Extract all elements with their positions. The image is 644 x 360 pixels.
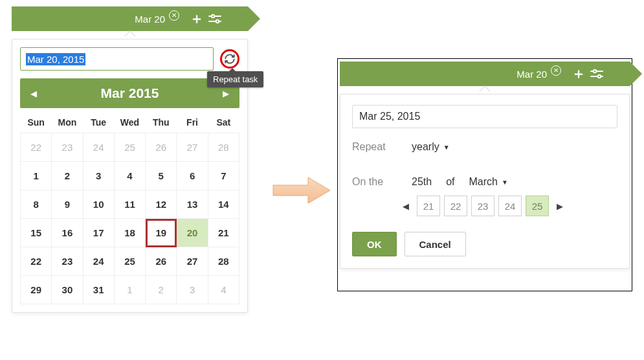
date-banner: Mar 20 ✕ ＋ <box>340 62 630 86</box>
calendar-day[interactable]: 30 <box>52 276 83 304</box>
prev-month-icon[interactable]: ◀ <box>27 85 41 102</box>
date-banner: Mar 20 ✕ ＋ <box>12 6 248 31</box>
settings-sliders-icon[interactable] <box>208 13 222 25</box>
repeat-label: Repeat <box>352 141 397 153</box>
calendar-day[interactable]: 3 <box>83 162 114 190</box>
datepicker-popover-left: Mar 20 ✕ ＋ Mar 20, 2015 <box>12 6 248 313</box>
calendar-day[interactable]: 2 <box>146 276 177 304</box>
day-prev-icon[interactable]: ◀ <box>399 197 413 215</box>
calendar-day[interactable]: 26 <box>146 133 177 162</box>
svg-point-7 <box>598 75 601 78</box>
repeat-task-icon[interactable] <box>220 49 239 69</box>
calendar-day[interactable]: 27 <box>177 247 208 276</box>
repeat-task-tooltip: Repeat task <box>207 71 263 87</box>
calendar-day[interactable]: 29 <box>21 276 52 304</box>
calendar-day[interactable]: 22 <box>21 133 52 162</box>
svg-point-1 <box>212 15 214 17</box>
add-icon[interactable]: ＋ <box>190 9 204 28</box>
calendar-day[interactable]: 13 <box>177 190 208 219</box>
calendar-day[interactable]: 23 <box>52 133 83 162</box>
svg-point-3 <box>216 20 219 23</box>
calendar-day[interactable]: 17 <box>83 219 114 247</box>
calendar-day[interactable]: 12 <box>146 190 177 219</box>
calendar-day[interactable]: 14 <box>208 190 239 219</box>
calendar-day[interactable]: 24 <box>83 133 114 162</box>
calendar-day[interactable]: 28 <box>208 133 239 162</box>
weekday-header: Wed <box>114 111 145 133</box>
calendar-day[interactable]: 11 <box>114 190 145 219</box>
calendar-day[interactable]: 2 <box>52 162 83 190</box>
day-picker: ◀ 2122232425 ▶ <box>399 196 617 216</box>
day-ordinal: 25th <box>412 176 432 188</box>
weekday-header: Sat <box>208 111 239 133</box>
day-option[interactable]: 23 <box>471 196 494 216</box>
calendar-day[interactable]: 15 <box>21 219 52 247</box>
calendar-day[interactable]: 8 <box>21 190 52 219</box>
clear-date-icon[interactable]: ✕ <box>551 65 561 76</box>
calendar-day[interactable]: 1 <box>21 162 52 190</box>
calendar-day[interactable]: 5 <box>146 162 177 190</box>
svg-point-5 <box>594 70 596 73</box>
calendar-day[interactable]: 23 <box>52 247 83 276</box>
weekday-header: Sun <box>21 111 52 133</box>
ok-button[interactable]: OK <box>352 232 397 256</box>
banner-date-label: Mar 20 <box>516 69 547 80</box>
calendar-day[interactable]: 1 <box>114 276 145 304</box>
calendar-card: Mar 20, 2015 Repeat task ◀ Mar 2015 ▶ <box>12 39 248 313</box>
cancel-button[interactable]: Cancel <box>405 232 466 256</box>
weekday-header-row: SunMonTueWedThuFriSat <box>21 111 239 133</box>
calendar-day[interactable]: 9 <box>52 190 83 219</box>
calendar-day[interactable]: 24 <box>83 247 114 276</box>
transition-arrow-icon <box>272 175 331 206</box>
day-option[interactable]: 21 <box>417 196 440 216</box>
weekday-header: Fri <box>177 111 208 133</box>
calendar-day[interactable]: 22 <box>21 247 52 276</box>
chevron-down-icon: ▼ <box>502 179 508 186</box>
calendar-day[interactable]: 31 <box>83 276 114 304</box>
calendar-day[interactable]: 26 <box>146 247 177 276</box>
month-title: Mar 2015 <box>101 85 159 101</box>
day-next-icon[interactable]: ▶ <box>553 197 567 215</box>
date-input-value: Mar 20, 2015 <box>26 53 85 65</box>
repeat-frequency-dropdown[interactable]: yearly ▼ <box>412 141 450 153</box>
calendar-day[interactable]: 27 <box>177 133 208 162</box>
chevron-down-icon: ▼ <box>443 144 450 151</box>
calendar-day[interactable]: 20 <box>177 219 208 247</box>
day-option[interactable]: 25 <box>526 196 549 216</box>
repeat-frequency-value: yearly <box>412 141 439 153</box>
weekday-header: Thu <box>146 111 177 133</box>
calendar-day[interactable]: 4 <box>208 276 239 304</box>
popover-caret <box>340 86 630 94</box>
onthe-label: On the <box>352 176 397 188</box>
weekday-header: Mon <box>52 111 83 133</box>
month-dropdown[interactable]: March ▼ <box>469 176 507 188</box>
calendar-day[interactable]: 4 <box>114 162 145 190</box>
date-input[interactable] <box>352 105 617 128</box>
calendar-day[interactable]: 25 <box>114 247 145 276</box>
date-input[interactable]: Mar 20, 2015 <box>20 47 214 71</box>
calendar-day[interactable]: 28 <box>208 247 239 276</box>
add-icon[interactable]: ＋ <box>572 64 586 84</box>
repeat-card: Repeat yearly ▼ On the 25th of March ▼ ◀… <box>340 94 630 269</box>
calendar-day[interactable]: 7 <box>208 162 239 190</box>
calendar-day[interactable]: 19 <box>146 219 177 247</box>
calendar-day[interactable]: 6 <box>177 162 208 190</box>
popover-caret <box>12 31 248 39</box>
calendar-day[interactable]: 18 <box>114 219 145 247</box>
calendar-day[interactable]: 21 <box>208 219 239 247</box>
calendar-day[interactable]: 3 <box>177 276 208 304</box>
month-value: March <box>469 176 497 188</box>
weekday-header: Tue <box>83 111 114 133</box>
calendar-day[interactable]: 10 <box>83 190 114 219</box>
banner-date-label: Mar 20 <box>135 14 165 25</box>
calendar-grid: SunMonTueWedThuFriSat 222324252627281234… <box>20 111 239 304</box>
day-option[interactable]: 24 <box>498 196 522 216</box>
of-label: of <box>446 176 454 188</box>
day-option[interactable]: 22 <box>444 196 467 216</box>
repeat-popover-right: Mar 20 ✕ ＋ Repeat yearly ▼ <box>340 62 630 269</box>
calendar-day[interactable]: 25 <box>114 133 145 162</box>
clear-date-icon[interactable]: ✕ <box>169 10 179 21</box>
calendar-day[interactable]: 16 <box>52 219 83 247</box>
settings-sliders-icon[interactable] <box>590 68 604 80</box>
